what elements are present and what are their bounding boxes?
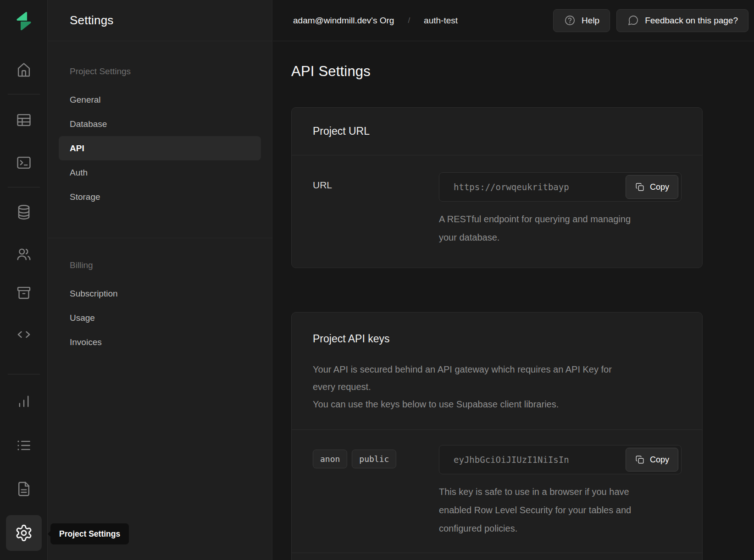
- project-settings-button[interactable]: [6, 515, 42, 551]
- copy-icon: [635, 455, 645, 465]
- sidebar-nav: Project Settings General Database API Au…: [48, 41, 272, 354]
- api-keys-card-body: anon public eyJhbGciOiJIUzI1NiIsIn C: [292, 430, 702, 560]
- sidebar-item-subscription[interactable]: Subscription: [48, 281, 272, 306]
- project-url-card: Project URL URL https://orwqeukritbayp: [291, 107, 703, 268]
- topbar: adam@windmill.dev's Org / auth-test Help…: [273, 0, 754, 41]
- copy-anon-key-label: Copy: [650, 455, 669, 465]
- settings-gear-icon: [15, 524, 33, 542]
- sidebar-title: Settings: [70, 13, 114, 27]
- supabase-logo[interactable]: [13, 10, 35, 34]
- api-keys-card: Project API keys Your API is secured beh…: [291, 312, 703, 560]
- main-area: adam@windmill.dev's Org / auth-test Help…: [273, 0, 754, 560]
- public-badge: public: [352, 450, 396, 468]
- sidebar-item-invoices[interactable]: Invoices: [48, 330, 272, 354]
- next-key-row: [313, 553, 682, 560]
- api-keys-card-title: Project API keys: [313, 333, 681, 345]
- anon-key-row: anon public eyJhbGciOiJIUzI1NiIsIn C: [313, 445, 682, 538]
- anon-badge: anon: [313, 450, 347, 468]
- app-icon-rail: [0, 0, 48, 560]
- settings-sidebar: Settings Project Settings General Databa…: [48, 0, 272, 560]
- help-button[interactable]: Help: [553, 9, 610, 32]
- table-editor-icon[interactable]: [13, 109, 35, 131]
- docs-icon[interactable]: [13, 478, 35, 500]
- auth-icon[interactable]: [13, 243, 35, 265]
- breadcrumb: adam@windmill.dev's Org / auth-test: [293, 16, 458, 26]
- rail-divider: [8, 374, 40, 374]
- project-url-card-header: Project URL: [292, 108, 702, 155]
- sidebar-header: Settings: [48, 0, 272, 41]
- sidebar-item-usage[interactable]: Usage: [48, 306, 272, 330]
- project-url-input[interactable]: https://orwqeukritbayp Copy: [439, 172, 682, 202]
- sql-editor-icon[interactable]: [13, 152, 35, 174]
- copy-url-label: Copy: [650, 182, 669, 192]
- reports-icon[interactable]: [13, 390, 35, 412]
- anon-key-value: eyJhbGciOiJIUzI1NiIsIn: [454, 455, 569, 465]
- logs-icon[interactable]: [13, 434, 35, 456]
- project-url-description: A RESTful endpoint for querying and mana…: [439, 210, 636, 247]
- speech-bubble-icon: [627, 14, 639, 27]
- sidebar-item-database[interactable]: Database: [48, 112, 272, 136]
- page-title: API Settings: [291, 63, 703, 80]
- api-keys-description-1: Your API is secured behind an API gatewa…: [313, 361, 634, 395]
- api-keys-description-2: You can use the keys below to use Supaba…: [313, 395, 634, 413]
- breadcrumb-separator: /: [408, 16, 410, 25]
- copy-icon: [635, 182, 645, 192]
- anon-key-input[interactable]: eyJhbGciOiJIUzI1NiIsIn Copy: [439, 445, 682, 474]
- anon-key-badges: anon public: [313, 445, 439, 538]
- storage-icon[interactable]: [13, 282, 35, 304]
- copy-url-button[interactable]: Copy: [626, 175, 678, 199]
- project-url-card-title: Project URL: [313, 125, 681, 137]
- url-field-column: https://orwqeukritbayp Copy A RESTful en…: [439, 172, 682, 247]
- feedback-button-label: Feedback on this page?: [645, 16, 738, 26]
- sidebar-divider: [48, 238, 272, 238]
- breadcrumb-org[interactable]: adam@windmill.dev's Org: [293, 16, 394, 26]
- rail-divider: [8, 187, 40, 187]
- help-button-label: Help: [582, 16, 599, 26]
- project-url-value: https://orwqeukritbayp: [454, 182, 569, 192]
- project-settings-tooltip: Project Settings: [50, 523, 129, 544]
- breadcrumb-project[interactable]: auth-test: [424, 16, 458, 26]
- sidebar-item-auth[interactable]: Auth: [48, 160, 272, 185]
- section-label-billing: Billing: [48, 260, 272, 270]
- anon-key-column: eyJhbGciOiJIUzI1NiIsIn Copy This key is …: [439, 445, 682, 538]
- url-field-row: URL https://orwqeukritbayp Copy: [313, 172, 682, 247]
- project-url-card-body: URL https://orwqeukritbayp Copy: [292, 155, 702, 268]
- sidebar-item-general[interactable]: General: [48, 88, 272, 112]
- anon-key-description: This key is safe to use in a browser if …: [439, 483, 641, 538]
- sidebar-item-storage[interactable]: Storage: [48, 185, 272, 209]
- rail-divider: [8, 94, 40, 94]
- api-docs-icon[interactable]: [13, 324, 35, 346]
- url-field-label: URL: [313, 172, 439, 247]
- page-content: API Settings Project URL URL https://orw…: [273, 41, 754, 560]
- sidebar-item-api[interactable]: API: [59, 136, 261, 160]
- api-keys-card-header: Project API keys Your API is secured beh…: [292, 313, 702, 430]
- database-icon[interactable]: [13, 201, 35, 223]
- copy-anon-key-button[interactable]: Copy: [626, 448, 678, 472]
- section-label-project-settings: Project Settings: [48, 66, 272, 77]
- help-circle-icon: [564, 14, 576, 27]
- topbar-actions: Help Feedback on this page?: [553, 9, 748, 32]
- feedback-button[interactable]: Feedback on this page?: [616, 9, 748, 32]
- home-icon[interactable]: [13, 59, 35, 81]
